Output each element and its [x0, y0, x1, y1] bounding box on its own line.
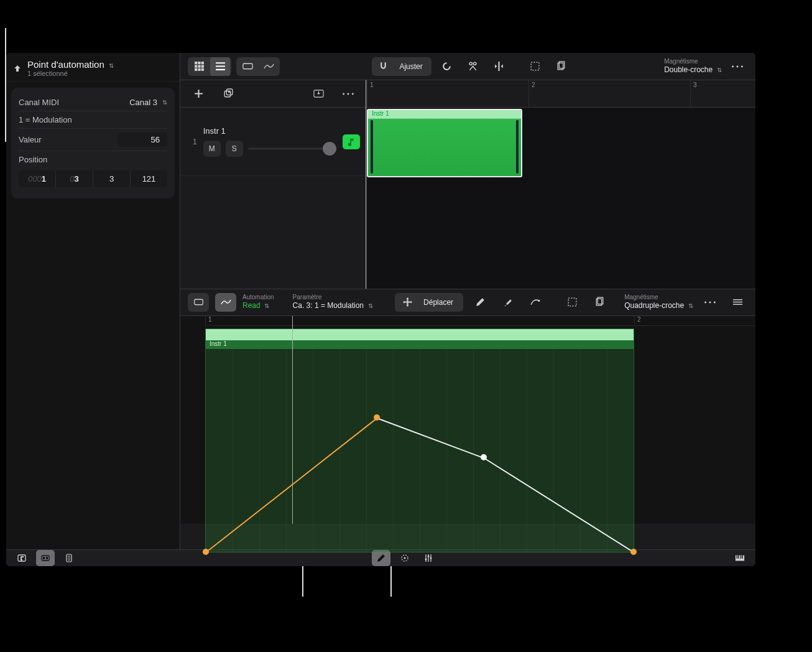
mute-button[interactable]: M: [203, 141, 221, 157]
loop-button[interactable]: [436, 57, 458, 76]
automation-snap-menu[interactable]: Magnétisme Quadruple-croche ⇅: [624, 294, 693, 310]
automation-view-button[interactable]: [259, 57, 279, 76]
svg-point-30: [430, 557, 431, 559]
param-text: 1 = Modulation: [19, 115, 72, 124]
svg-point-4: [732, 65, 734, 67]
view-mode-segment: [188, 57, 231, 76]
import-button[interactable]: [308, 85, 329, 103]
track-header-column: 1 Instr 1 M S: [180, 80, 367, 289]
chevron-updown-icon: ⇅: [715, 67, 722, 73]
region-name: Instr 1: [372, 110, 389, 117]
midi-region[interactable]: Instr 1: [367, 109, 522, 177]
grid-view-button[interactable]: [189, 57, 209, 76]
notes-button[interactable]: [60, 550, 78, 566]
svg-rect-32: [737, 556, 737, 559]
track-more-button[interactable]: [338, 85, 359, 103]
svg-rect-35: [742, 556, 743, 559]
svg-point-19: [709, 301, 711, 303]
more-button[interactable]: [727, 57, 748, 76]
region-view-button[interactable]: [238, 57, 257, 76]
marquee-button[interactable]: [525, 57, 546, 76]
curve-tool-button[interactable]: [524, 293, 545, 312]
brush-tool-button[interactable]: [497, 293, 518, 312]
midi-channel-label: Canal MIDI: [19, 98, 59, 107]
svg-rect-0: [242, 63, 252, 69]
inspector-group: Canal MIDI Canal 3 ⇅ 1 = Modulation Vale…: [11, 88, 175, 198]
tracks-toolbar: Ajuster Magnétisme Double-croche ⇅: [180, 53, 755, 80]
midi-channel-row[interactable]: Canal MIDI Canal 3 ⇅: [19, 94, 167, 111]
automation-point-selected[interactable]: [374, 414, 380, 421]
list-view-button[interactable]: [210, 57, 230, 76]
marquee-button-2[interactable]: [561, 293, 583, 312]
svg-point-10: [343, 93, 344, 95]
svg-rect-1: [531, 62, 539, 70]
position-field[interactable]: 0001 03 3 121: [19, 170, 167, 187]
automation-curve-button[interactable]: [215, 293, 236, 312]
lines-button[interactable]: [727, 293, 748, 312]
region-handle-right[interactable]: [516, 120, 519, 174]
deplacer-button[interactable]: Déplacer: [395, 293, 463, 312]
svg-rect-15: [568, 298, 576, 306]
svg-point-20: [714, 301, 716, 303]
automation-mode-menu[interactable]: Automation Read ⇅: [242, 294, 274, 310]
automation-ruler[interactable]: 1 2: [205, 316, 755, 326]
region-handle-left[interactable]: [371, 120, 373, 174]
pencil-tool-button[interactable]: [469, 293, 491, 312]
keyboard-button[interactable]: [731, 550, 749, 566]
svg-point-12: [352, 93, 354, 95]
snap-menu[interactable]: Magnétisme Double-croche ⇅: [664, 58, 722, 74]
chevron-updown-icon: ⇅: [162, 99, 167, 106]
chevron-updown-icon: ⇅: [263, 302, 270, 309]
svg-point-28: [425, 559, 427, 561]
chevron-updown-icon: ⇅: [686, 302, 693, 309]
region-frame-button[interactable]: [188, 293, 209, 312]
automation-editor[interactable]: 1 2 Instr 1: [180, 316, 755, 524]
value-field[interactable]: 56: [118, 133, 167, 147]
track-row[interactable]: 1 Instr 1 M S: [180, 108, 366, 176]
editor-button[interactable]: [36, 550, 55, 566]
automation-region[interactable]: Instr 1: [205, 328, 634, 552]
automation-playhead[interactable]: [292, 316, 293, 524]
value-label: Valeur: [19, 135, 42, 144]
automation-param-menu[interactable]: Paramètre Ca. 3: 1 = Modulation ⇅: [293, 294, 373, 310]
arrange-ruler[interactable]: 1 2 3: [367, 80, 755, 108]
svg-point-27: [404, 557, 405, 559]
inspector-panel: Point d'automation ⇅ 1 sélectionné Canal…: [6, 53, 180, 549]
automation-toggle-button[interactable]: [395, 550, 414, 566]
automation-param-row[interactable]: 1 = Modulation: [19, 111, 167, 128]
value-row[interactable]: Valeur 56: [19, 128, 167, 151]
split-button[interactable]: [489, 57, 510, 76]
svg-rect-22: [42, 556, 49, 561]
svg-point-29: [427, 556, 429, 557]
svg-point-5: [737, 65, 739, 67]
position-row: Position 0001 03 3 121: [19, 151, 167, 191]
svg-point-18: [704, 301, 706, 303]
volume-slider[interactable]: [248, 147, 336, 150]
mixer-button[interactable]: [419, 550, 438, 566]
solo-button[interactable]: S: [226, 141, 243, 157]
arrange-area[interactable]: 1 Instr 1 M S 1 2 3: [180, 80, 755, 289]
ajuster-button[interactable]: Ajuster: [372, 57, 431, 76]
automation-more-button[interactable]: [699, 293, 721, 312]
add-track-button[interactable]: [188, 85, 209, 103]
automation-point[interactable]: [203, 549, 209, 555]
automation-point[interactable]: [481, 454, 487, 460]
svg-point-6: [741, 65, 743, 67]
scissors-button[interactable]: [463, 57, 484, 76]
track-name[interactable]: Instr 1: [203, 126, 336, 136]
chevron-updown-icon: ⇅: [109, 62, 114, 69]
library-button[interactable]: [12, 550, 31, 566]
inspector-title[interactable]: Point d'automation: [27, 59, 104, 70]
duplicate-track-button[interactable]: [218, 85, 239, 103]
svg-rect-33: [738, 556, 739, 559]
arrange-clips-area[interactable]: Instr 1: [367, 108, 755, 289]
draw-mode-button[interactable]: [372, 550, 390, 566]
position-label: Position: [19, 155, 167, 164]
copy-button-2[interactable]: [589, 293, 610, 312]
instrument-patch-button[interactable]: [343, 134, 360, 149]
automation-point[interactable]: [630, 549, 637, 555]
inspector-back-button[interactable]: [12, 63, 22, 73]
copy-button[interactable]: [551, 57, 572, 76]
arrange-playhead[interactable]: [366, 80, 366, 289]
inspector-subtitle: 1 sélectionné: [27, 70, 114, 77]
